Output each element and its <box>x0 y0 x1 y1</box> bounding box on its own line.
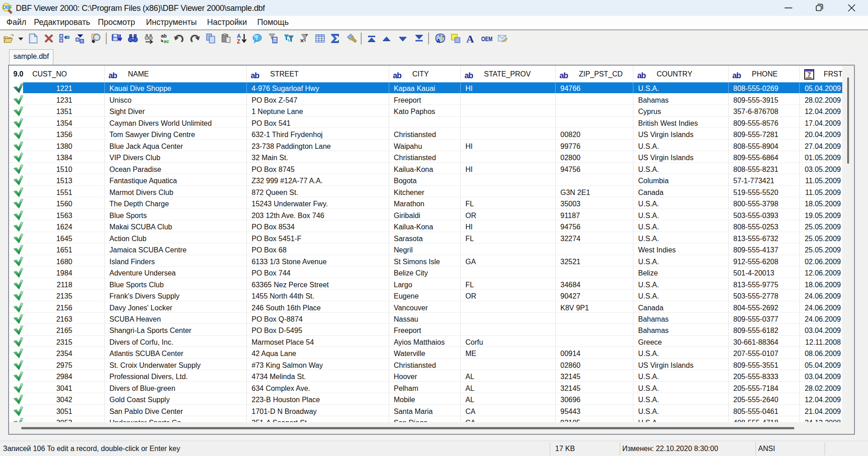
svg-text:A: A <box>466 33 474 44</box>
svg-text:Z: Z <box>237 38 240 44</box>
svg-text:A: A <box>437 38 440 43</box>
svg-text:ac: ac <box>164 38 169 44</box>
svg-text:i: i <box>256 36 258 41</box>
svg-text:ab: ab <box>161 33 167 38</box>
svg-text:DBF: DBF <box>3 5 12 10</box>
svg-text:OEM: OEM <box>481 35 493 43</box>
svg-text:7: 7 <box>807 71 811 78</box>
